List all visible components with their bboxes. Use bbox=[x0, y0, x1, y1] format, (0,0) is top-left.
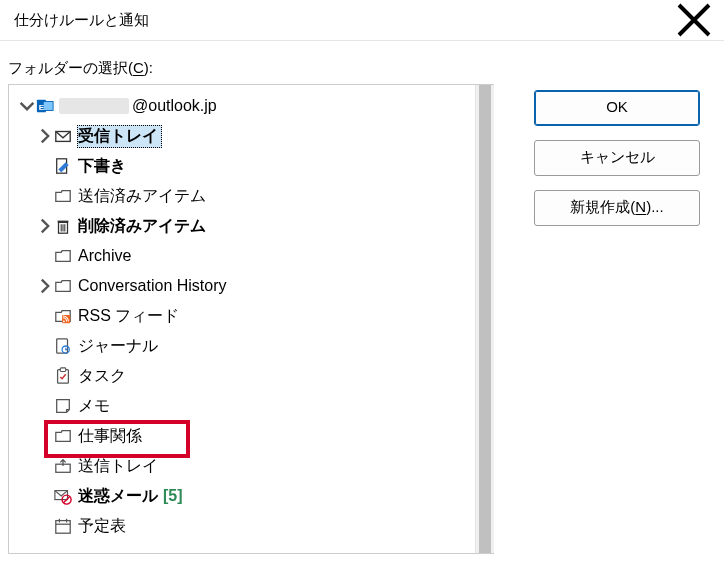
tree-item-label: Conversation History bbox=[77, 276, 231, 296]
tree-item-label: メモ bbox=[77, 395, 114, 418]
tree-item-label: 送信トレイ bbox=[77, 455, 162, 478]
tree-item-journal[interactable]: ジャーナル bbox=[13, 331, 494, 361]
tree-item-label: 送信済みアイテム bbox=[77, 185, 210, 208]
tree-item-rss[interactable]: RSS フィード bbox=[13, 301, 494, 331]
tree-item-notes[interactable]: メモ bbox=[13, 391, 494, 421]
folder-select-label-prefix: フォルダーの選択( bbox=[8, 59, 133, 76]
tree-item-label: タスク bbox=[77, 365, 130, 388]
cancel-button-label: キャンセル bbox=[580, 148, 655, 165]
tree-item-conversation-history[interactable]: Conversation History bbox=[13, 271, 494, 301]
ok-button-label: OK bbox=[606, 98, 628, 115]
chevron-right-icon[interactable] bbox=[37, 218, 53, 234]
junk-mail-icon bbox=[53, 486, 73, 506]
tree-item-archive[interactable]: Archive bbox=[13, 241, 494, 271]
close-icon[interactable] bbox=[674, 0, 714, 40]
tree-item-label: Archive bbox=[77, 246, 135, 266]
tree-item-label: ジャーナル bbox=[77, 335, 162, 358]
folder-select-label: フォルダーの選択(C): bbox=[0, 41, 724, 84]
new-button-prefix: 新規作成( bbox=[570, 198, 635, 215]
cancel-button[interactable]: キャンセル bbox=[534, 140, 700, 176]
tree-item-label: 下書き bbox=[77, 155, 130, 178]
tree-account-root[interactable]: E @outlook.jp bbox=[13, 91, 494, 121]
folder-icon bbox=[53, 276, 73, 296]
tree-item-outbox[interactable]: 送信トレイ bbox=[13, 451, 494, 481]
tree-item-calendar[interactable]: 予定表 bbox=[13, 511, 494, 541]
folder-icon bbox=[53, 426, 73, 446]
chevron-right-icon[interactable] bbox=[37, 278, 53, 294]
tree-item-label: 迷惑メール bbox=[77, 485, 162, 508]
tree-item-sent[interactable]: 送信済みアイテム bbox=[13, 181, 494, 211]
folder-icon bbox=[53, 186, 73, 206]
account-domain: @outlook.jp bbox=[131, 96, 221, 116]
chevron-right-icon[interactable] bbox=[37, 128, 53, 144]
dialog-title: 仕分けルールと通知 bbox=[14, 11, 149, 30]
tree-item-drafts[interactable]: 下書き bbox=[13, 151, 494, 181]
note-icon bbox=[53, 396, 73, 416]
vertical-scrollbar[interactable] bbox=[475, 85, 494, 553]
tree-item-label: 受信トレイ bbox=[77, 125, 162, 148]
tree-item-label: RSS フィード bbox=[77, 305, 183, 328]
envelope-icon bbox=[53, 126, 73, 146]
account-name-redacted bbox=[59, 98, 129, 114]
new-button-suffix: )... bbox=[646, 198, 664, 215]
svg-text:E: E bbox=[39, 103, 45, 112]
button-column: OK キャンセル 新規作成(N)... bbox=[534, 90, 700, 226]
ok-button[interactable]: OK bbox=[534, 90, 700, 126]
rss-folder-icon bbox=[53, 306, 73, 326]
trash-icon bbox=[53, 216, 73, 236]
tree-item-junk[interactable]: 迷惑メール [5] bbox=[13, 481, 494, 511]
folder-icon bbox=[53, 246, 73, 266]
tree-item-count: [5] bbox=[162, 486, 187, 506]
folder-select-label-suffix: ): bbox=[144, 59, 153, 76]
clipboard-icon bbox=[53, 366, 73, 386]
chevron-down-icon[interactable] bbox=[19, 98, 35, 114]
svg-rect-15 bbox=[60, 368, 65, 372]
calendar-icon bbox=[53, 516, 73, 536]
outlook-account-icon: E bbox=[35, 96, 55, 116]
svg-rect-20 bbox=[56, 521, 70, 534]
svg-rect-1 bbox=[43, 102, 53, 111]
draft-icon bbox=[53, 156, 73, 176]
tree-item-work-related[interactable]: 仕事関係 bbox=[13, 421, 494, 451]
dialog-window: 仕分けルールと通知 フォルダーの選択(C): E @outlook.jp bbox=[0, 0, 724, 574]
journal-icon bbox=[53, 336, 73, 356]
svg-rect-6 bbox=[58, 221, 69, 223]
tree-item-label: 削除済みアイテム bbox=[77, 215, 210, 238]
new-button-hotkey: N bbox=[635, 198, 646, 215]
svg-point-11 bbox=[63, 321, 65, 323]
tree-item-label: 仕事関係 bbox=[77, 425, 146, 448]
new-folder-button[interactable]: 新規作成(N)... bbox=[534, 190, 700, 226]
tree-item-deleted[interactable]: 削除済みアイテム bbox=[13, 211, 494, 241]
titlebar: 仕分けルールと通知 bbox=[0, 0, 724, 41]
tree-item-inbox[interactable]: 受信トレイ bbox=[13, 121, 494, 151]
tree-item-label: 予定表 bbox=[77, 515, 130, 538]
folder-tree[interactable]: E @outlook.jp 受信トレイ bbox=[8, 84, 494, 554]
folder-select-label-hotkey: C bbox=[133, 59, 144, 76]
outbox-icon bbox=[53, 456, 73, 476]
tree-item-tasks[interactable]: タスク bbox=[13, 361, 494, 391]
